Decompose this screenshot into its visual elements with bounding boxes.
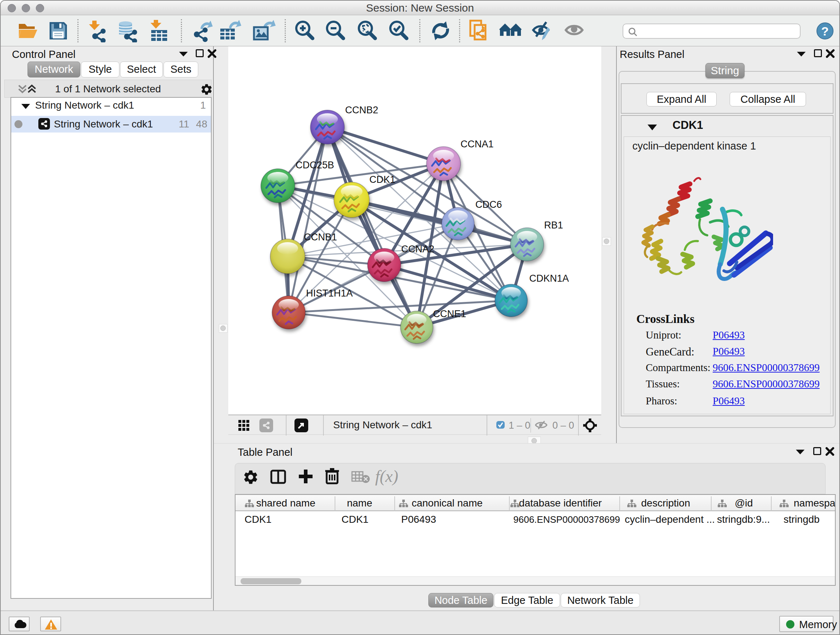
svg-text:HIST1H1A: HIST1H1A bbox=[306, 288, 353, 299]
svg-text:RB1: RB1 bbox=[544, 220, 563, 231]
svg-text:CCNB1: CCNB1 bbox=[304, 232, 337, 242]
svg-text:CDC25B: CDC25B bbox=[295, 160, 334, 171]
svg-text:CDKN1A: CDKN1A bbox=[529, 273, 569, 284]
svg-text:CCNA1: CCNA1 bbox=[461, 139, 494, 149]
svg-text:CDC6: CDC6 bbox=[475, 199, 502, 210]
svg-text:CCNA2: CCNA2 bbox=[401, 244, 434, 255]
svg-text:CCNB2: CCNB2 bbox=[345, 105, 378, 116]
svg-text:CCNE1: CCNE1 bbox=[433, 309, 466, 319]
svg-text:CDK1: CDK1 bbox=[369, 174, 395, 185]
